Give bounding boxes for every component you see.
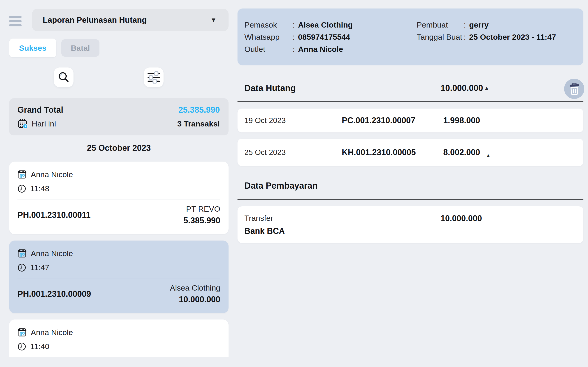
debt-date: 25 Oct 2023	[244, 148, 342, 157]
debt-amount-value: 8.002.000	[443, 148, 480, 157]
debt-code: PC.001.2310.00007	[342, 116, 441, 125]
detail-panel: Pemasok : Alsea Clothing Whatsapp : 0859…	[238, 8, 583, 243]
grand-total-amount: 25.385.990	[179, 105, 220, 115]
supplier-info-card: Pemasok : Alsea Clothing Whatsapp : 0859…	[238, 8, 583, 65]
period-label: Hari ini	[32, 119, 56, 128]
debt-date: 19 Oct 2023	[244, 116, 342, 125]
section-divider	[238, 101, 583, 102]
transaction-list-panel: Laporan Pelunasan Hutang ▼ Sukses Batal	[9, 9, 229, 357]
transaction-card[interactable]: Anna Nicole 11:40 PH.001.2310.00008 Alse…	[9, 319, 229, 357]
calendar-clock-icon	[17, 118, 28, 129]
trash-icon	[568, 82, 581, 95]
transaction-party: PT REVO	[184, 205, 220, 213]
payment-method: Transfer	[244, 214, 441, 223]
search-button[interactable]	[54, 67, 74, 87]
tab-batal[interactable]: Batal	[61, 39, 99, 57]
collapse-arrow-icon[interactable]: ▲	[484, 85, 490, 92]
transaction-amount: 5.385.990	[184, 216, 220, 225]
outlet-value: Anna Nicole	[298, 43, 343, 55]
store-icon	[17, 249, 27, 258]
transaction-time: 11:47	[30, 263, 49, 272]
delete-button[interactable]	[564, 79, 584, 99]
status-tabs: Sukses Batal	[9, 39, 229, 57]
pemasok-value: Alsea Clothing	[298, 19, 353, 31]
pemasok-label: Pemasok	[244, 19, 293, 31]
store-icon	[17, 170, 27, 179]
transaction-card[interactable]: Anna Nicole 11:48 PH.001.2310.00011 PT R…	[9, 162, 229, 234]
date-group-header: 25 October 2023	[9, 143, 229, 153]
pembuat-label: Pembuat	[417, 19, 464, 31]
filter-sliders-icon	[147, 71, 160, 83]
filter-button[interactable]	[144, 67, 163, 87]
debt-amount: 8.002.000 ▲	[441, 148, 480, 157]
data-hutang-title: Data Hutang	[244, 83, 296, 93]
report-dropdown-label: Laporan Pelunasan Hutang	[43, 15, 147, 25]
grand-total-label: Grand Total	[17, 105, 63, 115]
tab-sukses[interactable]: Sukses	[9, 39, 56, 57]
whatsapp-value: 085974175544	[298, 31, 350, 43]
expand-arrow-icon[interactable]: ▲	[486, 153, 491, 158]
data-pembayaran-title: Data Pembayaran	[244, 181, 318, 191]
transaction-amount: 10.000.000	[170, 295, 220, 304]
payment-row: Transfer Bank BCA 10.000.000	[238, 206, 583, 243]
transaction-time: 11:48	[30, 184, 49, 193]
transaction-party: Alsea Clothing	[170, 284, 220, 292]
debt-code: KH.001.2310.00005	[342, 148, 441, 157]
clock-icon	[17, 342, 26, 351]
data-hutang-header: Data Hutang 10.000.000 ▲	[238, 82, 583, 95]
outlet-name: Anna Nicole	[31, 249, 73, 258]
separator: :	[464, 19, 466, 31]
transaction-time: 11:40	[30, 342, 49, 351]
grand-total-card: Grand Total 25.385.990 Hari ini 3	[9, 98, 229, 135]
separator: :	[293, 43, 295, 55]
pembuat-value: gerry	[469, 19, 489, 31]
clock-icon	[17, 184, 26, 193]
transaction-code: PH.001.2310.00011	[17, 210, 91, 220]
clock-icon	[17, 263, 26, 272]
tanggal-buat-label: Tanggal Buat	[417, 31, 464, 43]
debt-amount: 1.998.000	[441, 116, 480, 125]
chevron-down-icon: ▼	[210, 17, 217, 24]
list-actions	[9, 67, 229, 87]
tanggal-buat-value: 25 October 2023 - 11:47	[469, 31, 556, 43]
payment-amount: 10.000.000	[441, 214, 480, 223]
left-header: Laporan Pelunasan Hutang ▼	[9, 9, 229, 31]
separator: :	[293, 31, 295, 43]
hamburger-menu-icon[interactable]	[9, 15, 23, 28]
debt-row-expandable[interactable]: 25 Oct 2023 KH.001.2310.00005 8.002.000 …	[238, 139, 583, 166]
data-hutang-total: 10.000.000	[441, 83, 480, 93]
whatsapp-label: Whatsapp	[244, 31, 293, 43]
debt-row[interactable]: 19 Oct 2023 PC.001.2310.00007 1.998.000	[238, 108, 583, 133]
data-pembayaran-header: Data Pembayaran	[238, 179, 583, 192]
payment-bank: Bank BCA	[244, 226, 441, 236]
section-divider	[238, 199, 583, 200]
search-icon	[58, 71, 70, 83]
outlet-name: Anna Nicole	[31, 328, 73, 337]
transaction-count: 3 Transaksi	[177, 119, 220, 128]
transaction-card-selected[interactable]: Anna Nicole 11:47 PH.001.2310.00009 Alse…	[9, 241, 229, 313]
outlet-name: Anna Nicole	[31, 170, 73, 179]
separator: :	[464, 31, 466, 43]
transaction-code: PH.001.2310.00009	[17, 289, 91, 299]
period-row: Hari ini	[17, 118, 56, 129]
report-type-dropdown[interactable]: Laporan Pelunasan Hutang ▼	[32, 9, 229, 31]
store-icon	[17, 328, 27, 337]
separator: :	[293, 19, 295, 31]
outlet-label: Outlet	[244, 43, 293, 55]
